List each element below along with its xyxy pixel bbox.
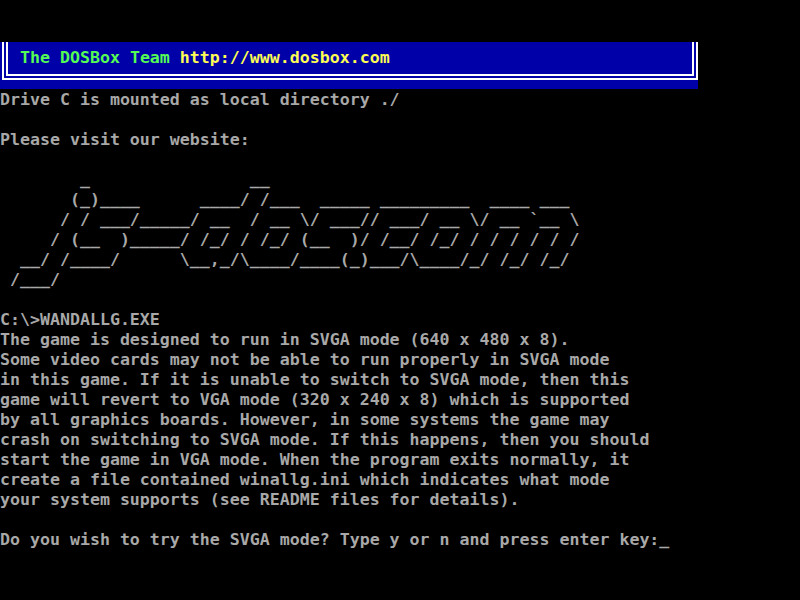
dosbox-team-label: The DOSBox Team (20, 48, 170, 67)
banner-text: The DOSBox Teamhttp://www.dosbox.com (20, 48, 390, 68)
info-line: game will revert to VGA mode (320 x 240 … (0, 390, 800, 410)
ascii-art-line: (_)____ ____/ /___ _____ _________ ____ … (0, 190, 800, 210)
ascii-art-line: / / ___/_____/ __ / __ \/ ___// ___/ __ … (0, 210, 800, 230)
dosbox-screen[interactable]: The DOSBox Teamhttp://www.dosbox.com Dri… (0, 0, 800, 600)
info-line: your system supports (see README files f… (0, 490, 800, 510)
blank-line (0, 110, 800, 130)
info-line: in this game. If it is unable to switch … (0, 370, 800, 390)
info-line: Some video cards may not be able to run … (0, 350, 800, 370)
drive-mount-message: Drive C is mounted as local directory ./ (0, 90, 800, 110)
ascii-art-line: / (__ )_____/ /_/ / /_/ (__ )/ /__/ /_/ … (0, 230, 800, 250)
command-prompt-line: C:\>WANDALLG.EXE (0, 310, 800, 330)
dosbox-url: http://www.dosbox.com (180, 48, 390, 67)
blank-line (0, 510, 800, 530)
ascii-art-line: __/ /____/ \__,_/\____/____(_)___/\____/… (0, 250, 800, 270)
svga-question-text: Do you wish to try the SVGA mode? Type y… (0, 530, 659, 549)
svga-question-line[interactable]: Do you wish to try the SVGA mode? Type y… (0, 530, 800, 550)
ascii-art-line: /___/ (0, 270, 800, 290)
ascii-art-line: _ __ (0, 170, 800, 190)
blank-line (0, 150, 800, 170)
info-line: crash on switching to SVGA mode. If this… (0, 430, 800, 450)
info-line: The game is designed to run in SVGA mode… (0, 330, 800, 350)
dosbox-welcome-banner: The DOSBox Teamhttp://www.dosbox.com (0, 42, 698, 89)
info-line: by all graphics boards. However, in some… (0, 410, 800, 430)
terminal-output: Drive C is mounted as local directory ./… (0, 90, 800, 550)
info-line: create a file contained winallg.ini whic… (0, 470, 800, 490)
website-prompt: Please visit our website: (0, 130, 800, 150)
blank-line (0, 290, 800, 310)
info-line: start the game in VGA mode. When the pro… (0, 450, 800, 470)
text-cursor[interactable]: _ (659, 530, 669, 549)
